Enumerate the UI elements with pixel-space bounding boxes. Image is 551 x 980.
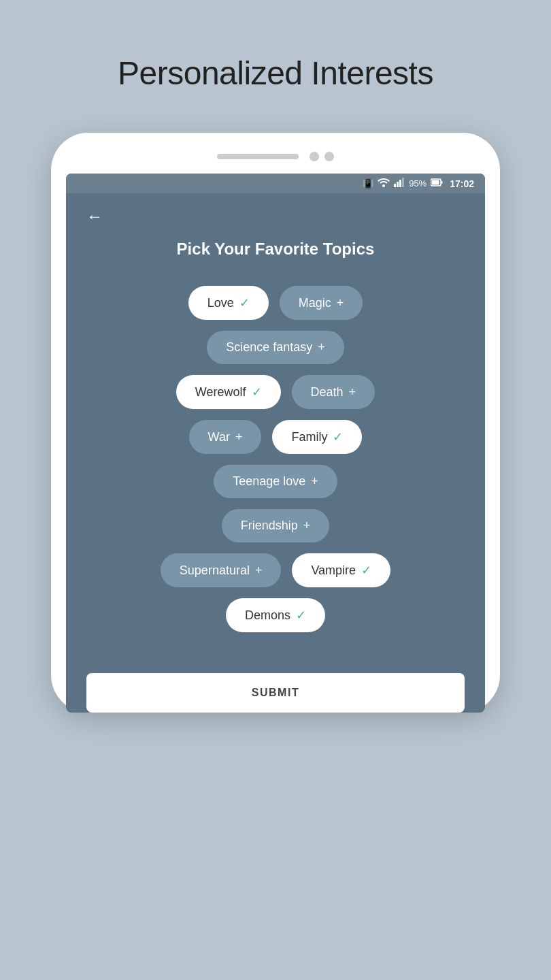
chip-label-werewolf: Werewolf	[195, 385, 246, 399]
phone-dots	[310, 152, 334, 161]
battery-percent: 95%	[409, 178, 427, 189]
svg-point-0	[382, 184, 385, 187]
topic-chip-vampire[interactable]: Vampire ✓	[292, 553, 390, 587]
topics-row-4: War + Family ✓	[189, 420, 363, 454]
topic-chip-death[interactable]: Death +	[292, 375, 375, 409]
topics-row-6: Friendship +	[222, 509, 330, 542]
page-title: Personalized Interests	[118, 54, 433, 92]
svg-rect-7	[441, 181, 443, 184]
plus-icon-teenage-love: +	[311, 474, 318, 489]
chip-label-magic: Magic	[299, 296, 331, 310]
plus-icon-death: +	[349, 385, 356, 399]
topics-row-2: Science fantasy +	[207, 331, 344, 364]
topics-row-7: Supernatural + Vampire ✓	[161, 553, 390, 587]
svg-rect-2	[397, 182, 399, 187]
check-icon-vampire: ✓	[361, 563, 371, 578]
plus-icon-science-fantasy: +	[318, 340, 325, 355]
topics-row-1: Love ✓ Magic +	[188, 286, 363, 320]
status-time: 17:02	[450, 178, 474, 189]
topic-chip-friendship[interactable]: Friendship +	[222, 509, 330, 542]
topic-chip-teenage-love[interactable]: Teenage love +	[214, 465, 337, 498]
phone-frame: 📳 95%	[51, 133, 500, 713]
topic-chip-werewolf[interactable]: Werewolf ✓	[176, 375, 281, 409]
plus-icon-friendship: +	[303, 519, 311, 533]
chip-label-demons: Demons	[245, 608, 290, 623]
topics-container: Love ✓ Magic + Science fantasy +	[86, 286, 465, 632]
phone-screen: 📳 95%	[66, 174, 485, 713]
chip-label-teenage-love: Teenage love	[233, 474, 305, 489]
check-icon-family: ✓	[333, 429, 343, 444]
svg-rect-1	[394, 184, 396, 187]
topic-chip-supernatural[interactable]: Supernatural +	[161, 553, 282, 587]
signal-icon	[394, 178, 405, 189]
svg-rect-4	[402, 178, 404, 187]
vibrate-icon: 📳	[363, 178, 373, 189]
back-button[interactable]: ←	[86, 207, 103, 226]
topic-chip-magic[interactable]: Magic +	[280, 286, 363, 320]
svg-rect-6	[432, 180, 439, 185]
chip-label-vampire: Vampire	[311, 564, 356, 578]
app-content: ← Pick Your Favorite Topics Love ✓ Magic…	[66, 193, 485, 653]
phone-top-bar	[66, 152, 485, 161]
phone-dot-2	[324, 152, 334, 161]
plus-icon-supernatural: +	[255, 564, 263, 578]
chip-label-supernatural: Supernatural	[180, 564, 250, 578]
check-icon-werewolf: ✓	[252, 385, 262, 399]
chip-label-love: Love	[207, 296, 234, 310]
phone-speaker	[217, 154, 299, 159]
submit-button[interactable]: SUBMIT	[86, 673, 465, 713]
status-icons: 📳 95%	[363, 178, 443, 189]
chip-label-death: Death	[311, 385, 344, 399]
check-icon-love: ✓	[239, 295, 250, 310]
plus-icon-war: +	[235, 430, 243, 444]
screen-heading: Pick Your Favorite Topics	[86, 240, 465, 259]
topics-row-3: Werewolf ✓ Death +	[176, 375, 375, 409]
topic-chip-family[interactable]: Family ✓	[272, 420, 362, 454]
chip-label-war: War	[208, 430, 230, 444]
topics-row-8: Demons ✓	[226, 598, 325, 632]
topic-chip-demons[interactable]: Demons ✓	[226, 598, 325, 632]
topic-chip-war[interactable]: War +	[189, 420, 262, 454]
plus-icon-magic: +	[337, 296, 344, 310]
check-icon-demons: ✓	[296, 608, 306, 623]
chip-label-family: Family	[291, 430, 327, 444]
battery-icon	[431, 178, 443, 189]
phone-dot-1	[310, 152, 319, 161]
topics-row-5: Teenage love +	[214, 465, 337, 498]
chip-label-science-fantasy: Science fantasy	[226, 340, 312, 355]
chip-label-friendship: Friendship	[241, 519, 298, 533]
svg-rect-3	[399, 180, 401, 187]
status-bar: 📳 95%	[66, 174, 485, 193]
wifi-icon	[378, 178, 390, 189]
topic-chip-love[interactable]: Love ✓	[188, 286, 269, 320]
submit-row: SUBMIT	[66, 673, 485, 713]
topic-chip-science-fantasy[interactable]: Science fantasy +	[207, 331, 344, 364]
